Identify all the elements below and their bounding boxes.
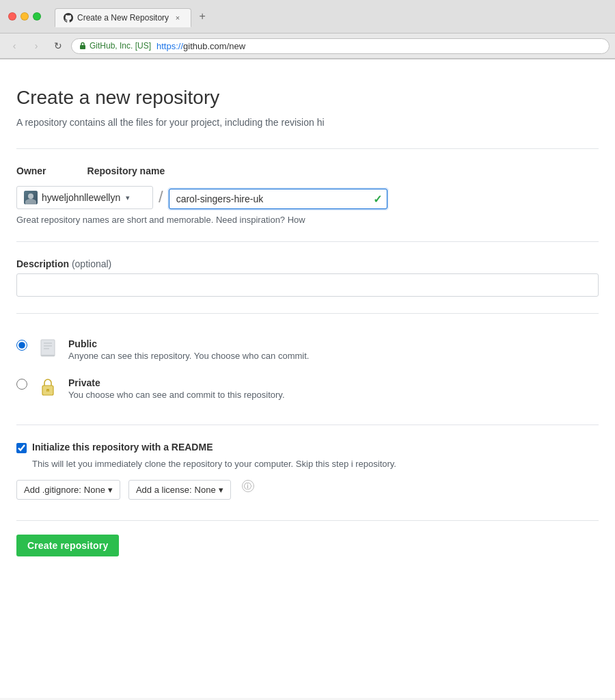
- repo-name-wrapper: ✓: [169, 189, 387, 209]
- svg-rect-0: [80, 45, 85, 49]
- initialize-row: Initialize this repository with a README: [16, 442, 599, 453]
- private-desc: You choose who can see and commit to thi…: [68, 390, 599, 400]
- close-light[interactable]: [8, 12, 16, 21]
- readme-divider: [16, 425, 599, 425]
- page-content: Create a new repository A repository con…: [0, 59, 615, 698]
- page-title: Create a new repository: [16, 87, 599, 109]
- initialize-label: Initialize this repository with a README: [32, 442, 213, 453]
- public-radio[interactable]: [16, 340, 27, 351]
- top-divider: [16, 148, 599, 149]
- desc-divider: [16, 241, 599, 242]
- license-label: Add a license:: [136, 485, 192, 495]
- gitignore-label: Add .gitignore:: [24, 485, 81, 495]
- url-path: github.com/new: [183, 41, 245, 51]
- public-option: Public Anyone can see this repository. Y…: [16, 330, 599, 369]
- title-bar: Create a New Repository × +: [0, 0, 615, 33]
- slash-separator: /: [153, 189, 169, 205]
- visibility-section: Public Anyone can see this repository. Y…: [16, 330, 599, 408]
- github-tab-icon: [64, 13, 73, 23]
- optional-label: (optional): [72, 258, 111, 269]
- new-tab-button[interactable]: +: [194, 8, 210, 25]
- check-icon: ✓: [373, 193, 382, 206]
- url-bar[interactable]: GitHub, Inc. [US] https://github.com/new: [71, 38, 610, 54]
- private-title: Private: [68, 377, 599, 388]
- public-repo-icon: [37, 337, 59, 359]
- security-badge: GitHub, Inc. [US]: [79, 41, 151, 51]
- create-repo-button[interactable]: Create repository: [16, 535, 119, 556]
- dropdowns-row: Add .gitignore: None ▾ Add a license: No…: [16, 480, 599, 500]
- page-inner: Create a new repository A repository con…: [0, 59, 615, 597]
- minimize-light[interactable]: [20, 12, 29, 21]
- tab-label: Create a New Repository: [77, 13, 169, 23]
- initialize-desc: This will let you immediately clone the …: [32, 459, 599, 469]
- refresh-button[interactable]: ↻: [49, 37, 67, 55]
- initialize-section: Initialize this repository with a README…: [16, 442, 599, 500]
- svg-rect-5: [41, 355, 55, 356]
- license-dropdown-arrow: ▾: [219, 485, 223, 495]
- private-option: Private You choose who can see and commi…: [16, 369, 599, 408]
- initialize-checkbox[interactable]: [16, 443, 27, 453]
- gitignore-dropdown[interactable]: Add .gitignore: None ▾: [16, 480, 120, 500]
- gitignore-value: None: [84, 485, 105, 495]
- owner-select[interactable]: hyweljohnllewellyn ▾: [16, 186, 153, 209]
- description-input[interactable]: [16, 273, 599, 297]
- url-scheme: https://: [156, 41, 183, 51]
- repo-name-input[interactable]: [169, 189, 387, 209]
- private-repo-icon: [37, 376, 59, 398]
- gitignore-dropdown-arrow: ▾: [108, 485, 113, 495]
- page-subtitle: A repository contains all the files for …: [16, 117, 599, 128]
- svg-rect-1: [41, 340, 55, 356]
- browser-chrome: Create a New Repository × + ‹ › ↻ GitHub…: [0, 0, 615, 59]
- url-display: https://github.com/new: [156, 41, 245, 51]
- owner-repo-row: hyweljohnllewellyn ▾ / ✓: [16, 186, 599, 209]
- owner-avatar-img: [24, 191, 38, 204]
- description-section: Description (optional): [16, 258, 599, 297]
- info-icon[interactable]: ⓘ: [242, 480, 254, 492]
- visibility-divider: [16, 313, 599, 314]
- owner-label: Owner: [16, 165, 46, 176]
- owner-repo-section: Owner Repository name hyweljohnllewellyn…: [16, 165, 599, 225]
- license-value: None: [195, 485, 216, 495]
- forward-button[interactable]: ›: [27, 37, 45, 55]
- public-content: Public Anyone can see this repository. Y…: [68, 338, 599, 361]
- back-button[interactable]: ‹: [5, 37, 23, 55]
- description-label: Description (optional): [16, 258, 599, 269]
- public-icon: [36, 336, 60, 360]
- private-content: Private You choose who can see and commi…: [68, 377, 599, 400]
- tab-bar: Create a New Repository × +: [49, 5, 216, 27]
- license-dropdown[interactable]: Add a license: None ▾: [128, 480, 231, 500]
- owner-dropdown-arrow: ▾: [126, 193, 130, 202]
- lock-icon: [79, 42, 87, 50]
- tab-close-button[interactable]: ×: [173, 13, 182, 23]
- public-title: Public: [68, 338, 599, 349]
- owner-name: hyweljohnllewellyn: [42, 192, 120, 203]
- public-desc: Anyone can see this repository. You choo…: [68, 351, 599, 361]
- repo-name-label: Repository name: [87, 165, 165, 176]
- private-icon: [36, 375, 60, 399]
- security-org-label: GitHub, Inc. [US]: [90, 41, 151, 51]
- submit-section: Create repository: [16, 520, 599, 556]
- private-radio[interactable]: [16, 379, 27, 390]
- active-tab[interactable]: Create a New Repository ×: [55, 8, 191, 27]
- address-bar: ‹ › ↻ GitHub, Inc. [US] https://github.c…: [0, 33, 615, 59]
- maximize-light[interactable]: [33, 12, 41, 21]
- traffic-lights: [8, 12, 41, 21]
- owner-avatar: [24, 191, 38, 204]
- repo-name-hint: Great repository names are short and mem…: [16, 215, 599, 225]
